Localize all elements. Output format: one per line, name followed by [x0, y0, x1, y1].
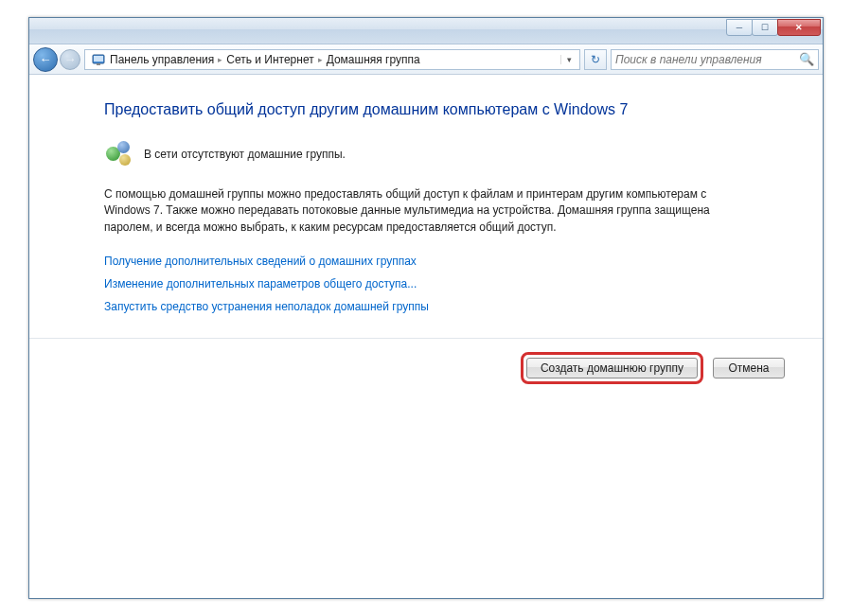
navbar: ← → Панель управления ▸ Сеть и Интернет …: [29, 44, 823, 75]
breadcrumb-separator-icon[interactable]: ▸: [314, 55, 327, 64]
content-area: Предоставить общий доступ другим домашни…: [29, 75, 823, 384]
titlebar[interactable]: ─ ☐ ✕: [29, 18, 823, 44]
forward-button[interactable]: →: [60, 49, 80, 70]
breadcrumb-item[interactable]: Панель управления: [110, 53, 214, 66]
breadcrumb-item[interactable]: Сеть и Интернет: [226, 53, 313, 66]
refresh-button[interactable]: ↻: [584, 49, 607, 70]
breadcrumb-separator-icon[interactable]: ▸: [214, 55, 226, 64]
breadcrumb[interactable]: Панель управления ▸ Сеть и Интернет ▸ До…: [84, 49, 580, 70]
link-advanced-sharing[interactable]: Изменение дополнительных параметров обще…: [104, 277, 748, 290]
button-row: Создать домашнюю группу Отмена: [29, 339, 823, 384]
create-homegroup-button[interactable]: Создать домашнюю группу: [526, 358, 698, 378]
svg-rect-1: [94, 56, 103, 62]
maximize-button[interactable]: ☐: [752, 19, 778, 36]
highlight-annotation: Создать домашнюю группу: [521, 352, 703, 384]
link-more-info[interactable]: Получение дополнительных сведений о дома…: [104, 255, 748, 268]
breadcrumb-dropdown-icon[interactable]: ▾: [560, 55, 577, 64]
window-controls: ─ ☐ ✕: [727, 19, 821, 36]
homegroup-icon: [104, 139, 134, 169]
search-input[interactable]: [615, 53, 799, 66]
window-frame: ─ ☐ ✕ ← → Панель управления ▸ Сеть и Инт…: [28, 17, 824, 599]
minimize-button[interactable]: ─: [726, 19, 753, 36]
search-box[interactable]: 🔍: [611, 49, 819, 70]
control-panel-icon: [91, 52, 106, 67]
search-icon[interactable]: 🔍: [799, 52, 814, 66]
cancel-button[interactable]: Отмена: [713, 358, 785, 378]
status-row: В сети отсутствуют домашние группы.: [104, 139, 748, 169]
back-button[interactable]: ←: [33, 47, 58, 72]
description-text: С помощью домашней группы можно предоста…: [104, 186, 748, 236]
status-text: В сети отсутствуют домашние группы.: [144, 148, 346, 161]
page-title: Предоставить общий доступ другим домашни…: [104, 101, 748, 118]
close-button[interactable]: ✕: [777, 19, 821, 36]
svg-rect-2: [97, 63, 100, 65]
breadcrumb-item[interactable]: Домашняя группа: [327, 53, 420, 66]
link-troubleshoot[interactable]: Запустить средство устранения неполадок …: [104, 300, 748, 313]
